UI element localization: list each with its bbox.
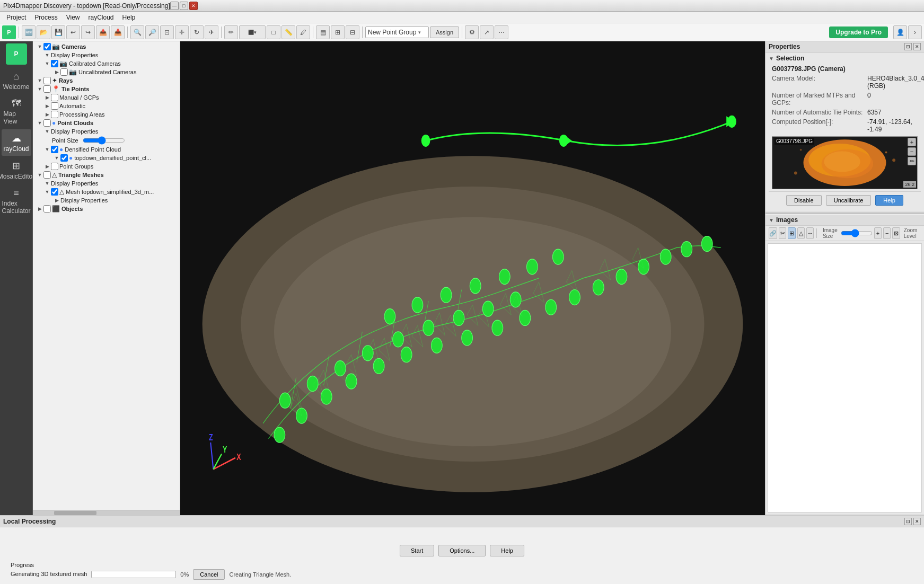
manual-gcps-checkbox[interactable] xyxy=(51,94,58,101)
tree-node-uncalibrated-cameras[interactable]: ▶ 📷 Uncalibrated Cameras xyxy=(33,68,180,76)
import-button[interactable]: 📥 xyxy=(111,25,125,39)
maximize-button[interactable]: □ xyxy=(180,2,188,10)
image-size-slider[interactable] xyxy=(841,229,873,237)
processing-areas-checkbox[interactable] xyxy=(51,111,58,118)
expand-point-groups-icon[interactable]: ▶ xyxy=(43,163,51,170)
nav-index-calculator[interactable]: ≡ Index Calculator xyxy=(2,184,31,218)
uncalibrated-cameras-checkbox[interactable] xyxy=(60,68,68,76)
images-tool-1[interactable]: 🔗 xyxy=(769,227,777,239)
preview-zoom-out-button[interactable]: − xyxy=(908,147,916,156)
triangle-meshes-checkbox[interactable] xyxy=(43,171,51,179)
measure-button[interactable]: 📏 xyxy=(281,25,295,39)
disable-button[interactable]: Disable xyxy=(786,195,822,206)
images-tool-4[interactable]: △ xyxy=(797,227,805,239)
mesh-topdown-checkbox[interactable] xyxy=(51,188,58,196)
nav-map-view[interactable]: 🗺 Map View xyxy=(2,95,31,128)
images-zoom-in-button[interactable]: + xyxy=(874,227,882,239)
square-button[interactable]: □ xyxy=(267,25,280,39)
nav-mosaic-editor[interactable]: ⊞ MosaicEditor xyxy=(2,157,31,183)
expand-disp-mesh2-icon[interactable]: ▶ xyxy=(53,197,60,204)
expand-cameras-icon[interactable]: ▼ xyxy=(36,43,43,50)
options-button[interactable]: Options... xyxy=(438,545,486,556)
expand-disp-pc-icon[interactable]: ▼ xyxy=(43,128,51,135)
expand-densified-icon[interactable]: ▼ xyxy=(43,146,51,153)
rays-checkbox[interactable] xyxy=(43,77,51,84)
new-button[interactable]: 🆕 xyxy=(22,25,36,39)
tree-node-manual-gcps[interactable]: ▶ Manual / GCPs xyxy=(33,93,180,102)
expand-disp-cameras-icon[interactable]: ▼ xyxy=(43,51,51,59)
expand-point-clouds-icon[interactable]: ▼ xyxy=(36,119,43,127)
start-button[interactable]: Start xyxy=(400,545,434,556)
undo-button[interactable]: ↩ xyxy=(66,25,80,39)
cameras-checkbox[interactable] xyxy=(43,43,51,50)
minimize-button[interactable]: — xyxy=(170,2,179,10)
bottom-close-button[interactable]: ✕ xyxy=(913,518,921,525)
tree-node-display-props-cameras[interactable]: ▼ Display Properties xyxy=(33,51,180,59)
open-button[interactable]: 📂 xyxy=(37,25,50,39)
tree-node-display-props-pc[interactable]: ▼ Display Properties xyxy=(33,127,180,136)
tree-node-topdown-densified[interactable]: ▼ ● topdown_densified_point_cl... xyxy=(33,154,180,162)
point-clouds-checkbox[interactable] xyxy=(43,119,51,127)
edit-button[interactable]: ✏ xyxy=(224,25,238,39)
topdown-densified-checkbox[interactable] xyxy=(60,154,68,162)
new-point-group-dropdown[interactable]: New Point Group ▾ xyxy=(365,26,429,38)
tree-node-tie-points[interactable]: ▼ 📍 Tie Points xyxy=(33,85,180,93)
objects-checkbox[interactable] xyxy=(43,205,51,213)
tree-node-point-clouds[interactable]: ▼ ● Point Clouds xyxy=(33,119,180,127)
menu-view[interactable]: View xyxy=(62,13,84,22)
tree-node-display-props-mesh[interactable]: ▼ Display Properties xyxy=(33,179,180,188)
tree-node-display-props-mesh2[interactable]: ▶ Display Properties xyxy=(33,196,180,205)
bottom-restore-button[interactable]: ⊡ xyxy=(904,518,912,525)
hscroll-thumb[interactable] xyxy=(54,511,96,515)
tree-node-mesh-topdown[interactable]: ▼ △ Mesh topdown_simplified_3d_m... xyxy=(33,188,180,196)
props-help-button[interactable]: Help xyxy=(875,195,903,206)
selection-expand-icon[interactable]: ▼ xyxy=(769,56,774,61)
view1-button[interactable]: ▤ xyxy=(316,25,330,39)
images-fit-button[interactable]: ⊠ xyxy=(892,227,900,239)
close-button[interactable]: ✕ xyxy=(189,2,198,10)
point-button[interactable]: ⬛▾ xyxy=(239,25,266,39)
bottom-help-button[interactable]: Help xyxy=(490,545,524,556)
tree-node-triangle-meshes[interactable]: ▼ △ Triangle Meshes xyxy=(33,171,180,179)
tree-node-densified-pc[interactable]: ▼ ● Densified Point Cloud xyxy=(33,145,180,154)
settings-button[interactable]: ⚙ xyxy=(465,25,479,39)
zoom-in-button[interactable]: 🔍 xyxy=(130,25,144,39)
nav-welcome[interactable]: ⌂ Welcome xyxy=(2,68,31,94)
rotate-button[interactable]: ↻ xyxy=(190,25,204,39)
profile-button[interactable]: 👤 xyxy=(893,25,907,39)
draw-button[interactable]: 🖊 xyxy=(296,25,310,39)
uncalibrate-button[interactable]: Uncalibrate xyxy=(826,195,872,206)
expand-objects-icon[interactable]: ▶ xyxy=(36,205,43,213)
nav-raycloud[interactable]: ☁ rayCloud xyxy=(2,129,31,156)
expand-tie-points-icon[interactable]: ▼ xyxy=(36,85,43,93)
tree-node-calibrated-cameras[interactable]: ▼ 📷 Calibrated Cameras xyxy=(33,59,180,68)
menu-raycloud[interactable]: rayCloud xyxy=(84,13,118,22)
assign-button[interactable]: Assign xyxy=(430,26,459,38)
calibrated-cameras-checkbox[interactable] xyxy=(51,60,58,67)
tree-node-objects[interactable]: ▶ ⬛ Objects xyxy=(33,205,180,213)
tree-node-rays[interactable]: ▼ ✦ Rays xyxy=(33,76,180,85)
preview-pencil-button[interactable]: ✏ xyxy=(908,157,916,165)
cancel-button[interactable]: Cancel xyxy=(193,569,225,580)
expand-manual-icon[interactable]: ▶ xyxy=(43,94,51,101)
expand-proc-areas-icon[interactable]: ▶ xyxy=(43,111,51,118)
tree-scroll[interactable]: ▼ 📷 Cameras ▼ Display Properties ▼ 📷 Cal… xyxy=(33,41,180,510)
zoom-out-button[interactable]: 🔎 xyxy=(145,25,159,39)
view3-button[interactable]: ⊟ xyxy=(346,25,359,39)
view2-button[interactable]: ⊞ xyxy=(331,25,345,39)
tree-node-point-groups[interactable]: ▶ Point Groups xyxy=(33,162,180,171)
images-tool-2[interactable]: ✂ xyxy=(779,227,786,239)
expand-rays-icon[interactable]: ▼ xyxy=(36,77,43,84)
tree-node-automatic[interactable]: ▶ Automatic xyxy=(33,102,180,110)
menu-help[interactable]: Help xyxy=(118,13,140,22)
expand-triangle-meshes-icon[interactable]: ▼ xyxy=(36,171,43,179)
more-button[interactable]: ⋯ xyxy=(495,25,508,39)
expand-topdown-icon[interactable]: ▼ xyxy=(53,154,60,162)
tree-node-cameras[interactable]: ▼ 📷 Cameras xyxy=(33,42,180,51)
images-tool-5[interactable]: ↔ xyxy=(806,227,814,239)
images-tool-3[interactable]: ⊞ xyxy=(788,227,795,239)
menu-project[interactable]: Project xyxy=(2,13,30,22)
upgrade-button[interactable]: Upgrade to Pro xyxy=(829,26,888,38)
images-zoom-out-button[interactable]: − xyxy=(883,227,891,239)
panel-restore-button[interactable]: ⊡ xyxy=(904,43,912,50)
